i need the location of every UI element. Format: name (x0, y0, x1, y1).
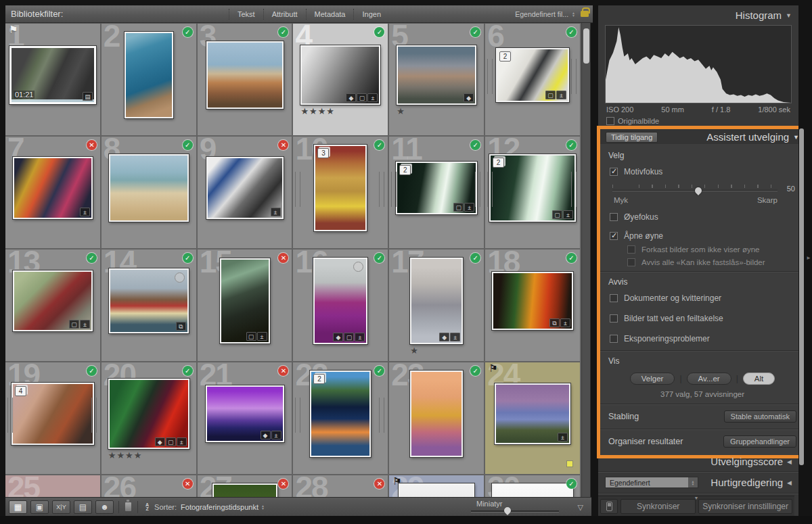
photo-thumbnail[interactable]: 2▢± (496, 48, 569, 102)
grid-cell-7[interactable]: 7✕± (5, 137, 102, 249)
photo-thumbnail[interactable]: ◆▢± (108, 379, 189, 449)
sort-criteria-dropdown[interactable]: Fotograferingstidspunkt ▲▼ (181, 503, 265, 511)
photo-thumbnail[interactable] (492, 483, 573, 497)
grid-cell-16[interactable]: 16✓◆▢± (293, 249, 389, 362)
grid-cell-24[interactable]: 24⚑✕± (485, 362, 581, 475)
accept-badge-icon[interactable]: ✓ (87, 366, 97, 376)
adjust-icon[interactable]: ± (271, 431, 281, 439)
photo-thumbnail[interactable]: ◆± (206, 385, 284, 442)
subject-focus-checkbox[interactable] (610, 168, 618, 176)
grid-cell-15[interactable]: 15✕▢± (198, 249, 294, 362)
stack-count-badge[interactable]: 2 (499, 51, 511, 62)
photo-thumbnail[interactable]: ◆▢± (300, 45, 380, 105)
grid-cell-12[interactable]: 12✓2▢± (485, 137, 581, 249)
stack-count-badge[interactable]: 2 (493, 158, 504, 168)
quick-collection-circle-icon[interactable] (353, 262, 363, 272)
photo-thumbnail[interactable]: ◆▢± (313, 258, 367, 344)
documents-receipts-checkbox[interactable] (610, 294, 618, 302)
auto-stack-button[interactable]: Stable automatisk (724, 410, 796, 423)
pick-flag-icon[interactable]: ⚑ (9, 24, 18, 36)
tag-icon[interactable]: ◆ (155, 437, 165, 446)
grid-cell-4[interactable]: 4✓◆▢±★★★★ (293, 24, 389, 137)
photo-thumbnail[interactable]: ± (13, 157, 93, 219)
adjust-icon[interactable]: ± (367, 93, 378, 102)
reject-flag-icon[interactable]: ⚑✕ (489, 362, 497, 375)
show-rejects-button[interactable]: Av...er (687, 373, 731, 385)
grid-cell-25[interactable]: 25 (5, 475, 102, 497)
histogram-header[interactable]: Histogram ▼ (598, 5, 798, 24)
grid-cell-28[interactable]: 28✕ (293, 475, 389, 497)
show-all-button[interactable]: Alt (743, 373, 775, 385)
grid-cell-19[interactable]: 19✓4 (5, 362, 102, 475)
adjust-icon[interactable]: ± (464, 203, 474, 212)
discard-no-eyes-checkbox[interactable] (627, 245, 635, 254)
adjust-icon[interactable]: ± (556, 91, 566, 99)
reject-badge-icon[interactable]: ✕ (183, 479, 193, 489)
panel-scrollbar-thumb[interactable] (799, 128, 804, 465)
grid-cell-18[interactable]: 18✓⧉± (485, 249, 581, 362)
grid-cell-14[interactable]: 14✓⧉ (102, 249, 198, 362)
photo-thumbnail[interactable] (206, 41, 284, 109)
slider-track[interactable] (612, 185, 777, 193)
adjust-icon[interactable]: ± (80, 208, 90, 216)
accidental-photos-checkbox[interactable] (610, 314, 618, 323)
crop-icon[interactable]: ▢ (453, 203, 464, 212)
stack-count-badge[interactable]: 2 (313, 374, 325, 384)
photo-thumbnail[interactable]: 2 (310, 371, 371, 457)
grid-cell-8[interactable]: 8✓ (102, 137, 198, 249)
photo-thumbnail[interactable]: ▢± (220, 258, 270, 343)
stack-count-badge[interactable]: 3 (317, 148, 329, 158)
photo-thumbnail[interactable]: 2▢± (489, 154, 576, 222)
tag-icon[interactable]: ◆ (439, 333, 449, 341)
reject-badge-icon[interactable]: ✕ (87, 140, 97, 150)
accept-badge-icon[interactable]: ✓ (183, 253, 193, 263)
grid-cell-6[interactable]: 6✓2▢± (485, 24, 581, 137)
star-rating[interactable]: ★★★★ (108, 450, 143, 460)
accept-badge-icon[interactable]: ✓ (566, 140, 577, 150)
tag-icon[interactable]: ◆ (333, 333, 343, 341)
grid-cell-20[interactable]: 20✓◆▢±★★★★ (102, 362, 198, 475)
grid-cell-21[interactable]: 21✕◆± (198, 362, 294, 475)
photo-thumbnail[interactable]: ± (206, 157, 284, 219)
filmstrip-collapsed-strip[interactable] (0, 516, 812, 524)
tag-icon[interactable]: ◆ (464, 93, 474, 102)
photo-thumbnail[interactable]: ◆ (397, 45, 476, 105)
grid-cell-1[interactable]: 1⚑01:21▤ (5, 24, 102, 137)
reject-undetermined-checkbox[interactable] (627, 258, 635, 266)
tab-none[interactable]: Ingen (353, 9, 389, 20)
grid-cell-11[interactable]: 11✓2▢± (389, 137, 485, 249)
yellow-color-label[interactable] (566, 460, 573, 467)
adjust-icon[interactable]: ± (257, 332, 267, 341)
crop-icon[interactable]: ▢ (357, 93, 367, 102)
crop-icon[interactable]: ▢ (545, 91, 556, 99)
crop-icon[interactable]: ▢ (246, 332, 256, 341)
reject-badge-icon[interactable]: ✕ (374, 479, 384, 489)
tab-text[interactable]: Tekst (229, 9, 263, 20)
filter-preset-dropdown[interactable]: Egendefinert fil... (515, 10, 568, 18)
photo-thumbnail[interactable]: ◆± (410, 258, 463, 344)
eye-focus-checkbox[interactable] (610, 213, 618, 221)
adjust-icon[interactable]: ± (558, 433, 568, 442)
panel-collapse-arrow[interactable]: ► (806, 255, 811, 261)
tag-icon[interactable]: ◆ (261, 431, 271, 439)
photo-thumbnail[interactable]: 3 (314, 145, 367, 231)
grid-cell-27[interactable]: 27✕ (198, 475, 294, 497)
exposure-problems-checkbox[interactable] (610, 335, 618, 343)
accept-badge-icon[interactable]: ✓ (87, 253, 97, 263)
quick-collection-circle-icon[interactable] (175, 272, 185, 283)
group-actions-button[interactable]: Gruppehandlinger (723, 435, 796, 448)
grid-cell-2[interactable]: 2✓ (102, 24, 198, 137)
photo-thumbnail[interactable]: 2▢± (396, 162, 477, 214)
loupe-view-button[interactable]: ▣ (30, 500, 49, 514)
toolbar-options-arrow[interactable]: ▽ (578, 503, 583, 512)
tag-icon[interactable]: ◆ (346, 93, 356, 102)
photo-thumbnail[interactable] (212, 483, 277, 497)
original-photo-checkbox[interactable] (606, 117, 614, 125)
grid-cell-3[interactable]: 3✓ (198, 24, 294, 137)
thumbnail-slider-track[interactable] (471, 510, 559, 513)
grid-cell-29[interactable]: 29⚑✕ (389, 475, 485, 497)
panel-toggle-arrow[interactable]: ▼ (694, 496, 699, 500)
stack-count-badge[interactable]: 2 (399, 165, 411, 175)
adjust-icon[interactable]: ± (177, 437, 187, 446)
star-rating[interactable]: ★★★★ (300, 106, 335, 116)
